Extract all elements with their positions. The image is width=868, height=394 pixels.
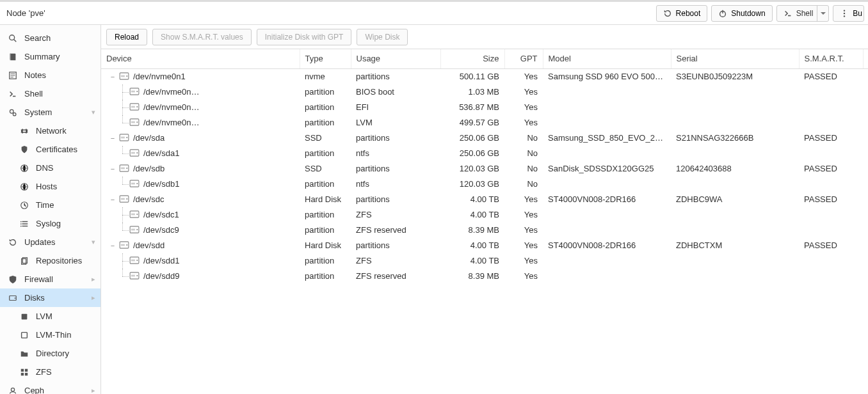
- table-row[interactable]: /dev/nvme0n…partitionBIOS boot1.03 MBYes…: [101, 84, 868, 100]
- cell-serial: ZDHBCTXM: [671, 238, 799, 253]
- cell-serial: [671, 177, 799, 192]
- header-wearout[interactable]: Wearout: [863, 49, 868, 68]
- header-size[interactable]: Size: [440, 49, 504, 68]
- table-row[interactable]: /dev/sdd1partitionZFS4.00 TBYesN/A: [101, 253, 868, 269]
- tree-toggle[interactable]: −: [109, 134, 117, 142]
- header-type[interactable]: Type: [300, 49, 351, 68]
- sidebar-item-label: LVM-Thin: [36, 330, 71, 340]
- table-row[interactable]: −/dev/nvme0n1nvmepartitions500.11 GBYesS…: [101, 68, 868, 84]
- svg-point-14: [20, 223, 22, 225]
- table-row[interactable]: −/dev/sddHard Diskpartitions4.00 TBYesST…: [101, 238, 868, 253]
- table-row[interactable]: −/dev/sdaSSDpartitions250.06 GBNoSamsung…: [101, 130, 868, 146]
- sidebar-item-label: Hosts: [36, 182, 57, 191]
- bulk-actions-button[interactable]: Bu: [833, 5, 864, 22]
- cert-icon: [19, 145, 29, 155]
- svg-point-34: [136, 106, 138, 107]
- cell-size: 4.00 TB: [440, 238, 504, 253]
- shell-button[interactable]: Shell: [776, 5, 830, 22]
- note-icon: [8, 70, 18, 81]
- svg-point-61: [126, 244, 127, 245]
- cell-type: nvme: [300, 68, 351, 84]
- sidebar-item-time[interactable]: Time: [0, 196, 100, 214]
- sidebar-item-lvm[interactable]: LVM: [0, 307, 100, 326]
- svg-point-40: [126, 136, 127, 138]
- svg-rect-59: [131, 228, 135, 230]
- cell-type: partition: [300, 84, 351, 100]
- sidebar-item-dns[interactable]: DNS: [0, 159, 100, 177]
- cell-wearout: N/A: [863, 223, 868, 238]
- table-row[interactable]: /dev/nvme0n…partitionEFI536.87 MBYesN/A: [101, 100, 868, 115]
- shell-dropdown[interactable]: [817, 6, 828, 21]
- table-row[interactable]: /dev/sdb1partitionntfs120.03 GBNoN/A: [101, 177, 868, 192]
- grid-header-row: Device Type Usage Size GPT Model Serial …: [101, 49, 868, 68]
- table-row[interactable]: −/dev/sdbSSDpartitions120.03 GBNoSanDisk…: [101, 161, 868, 177]
- header-smart[interactable]: S.M.A.R.T.: [799, 49, 863, 68]
- sidebar-item-network[interactable]: Network: [0, 122, 100, 140]
- svg-point-55: [136, 213, 138, 214]
- cell-usage: BIOS boot: [351, 84, 440, 100]
- reboot-button[interactable]: Reboot: [656, 5, 708, 22]
- cell-serial: [671, 100, 799, 115]
- sidebar-item-repos[interactable]: Repositories: [0, 251, 100, 270]
- header-usage[interactable]: Usage: [351, 49, 440, 68]
- sidebar-item-dir[interactable]: Directory: [0, 344, 100, 363]
- cell-type: partition: [300, 177, 351, 192]
- device-path: /dev/nvme0n…: [143, 87, 199, 97]
- cell-usage: ntfs: [351, 146, 440, 161]
- sidebar: SearchSummaryNotesShellSystem▾NetworkCer…: [0, 25, 101, 394]
- device-path: /dev/nvme0n…: [143, 118, 199, 127]
- sidebar-item-zfs[interactable]: ZFS: [0, 363, 100, 381]
- header-gpt[interactable]: GPT: [504, 49, 543, 68]
- sidebar-item-certs[interactable]: Certificates: [0, 140, 100, 159]
- hdd-icon: [119, 164, 129, 173]
- toolbar: Reload Show S.M.A.R.T. values Initialize…: [101, 25, 868, 49]
- tree-toggle[interactable]: −: [109, 242, 117, 249]
- gears-icon: [8, 107, 18, 118]
- sidebar-item-syslog[interactable]: Syslog: [0, 214, 100, 233]
- header-model[interactable]: Model: [543, 49, 671, 68]
- sidebar-item-firewall[interactable]: Firewall▸: [0, 270, 100, 288]
- shutdown-button[interactable]: Shutdown: [711, 5, 772, 22]
- sidebar-item-label: DNS: [36, 163, 53, 173]
- sidebar-item-system[interactable]: System▾: [0, 103, 100, 122]
- cell-type: partition: [300, 253, 351, 269]
- cell-gpt: Yes: [504, 253, 543, 269]
- tree-toggle[interactable]: −: [109, 165, 117, 173]
- sidebar-item-notes[interactable]: Notes: [0, 66, 100, 84]
- header-device[interactable]: Device: [101, 49, 300, 68]
- header-serial[interactable]: Serial: [671, 49, 799, 68]
- sidebar-item-hosts[interactable]: Hosts: [0, 177, 100, 196]
- sidebar-item-disks[interactable]: Disks▸: [0, 288, 100, 307]
- table-row[interactable]: /dev/sdc9partitionZFS reserved8.39 MBYes…: [101, 223, 868, 238]
- sidebar-item-search[interactable]: Search: [0, 29, 100, 47]
- book-icon: [8, 52, 18, 62]
- svg-rect-21: [22, 333, 28, 338]
- sidebar-item-label: Firewall: [24, 274, 53, 284]
- wipe-disk-button[interactable]: Wipe Disk: [357, 29, 408, 45]
- cell-type: partition: [300, 100, 351, 115]
- sidebar-item-ceph[interactable]: Ceph▸: [0, 381, 100, 394]
- cell-size: 500.11 GB: [440, 68, 504, 84]
- svg-rect-38: [131, 121, 135, 123]
- sidebar-item-shell[interactable]: Shell: [0, 84, 100, 103]
- sidebar-item-summary[interactable]: Summary: [0, 47, 100, 66]
- init-disk-button[interactable]: Initialize Disk with GPT: [257, 29, 352, 45]
- cell-gpt: Yes: [504, 238, 543, 253]
- cell-usage: ntfs: [351, 177, 440, 192]
- cell-gpt: Yes: [504, 84, 543, 100]
- table-row[interactable]: /dev/sda1partitionntfs250.06 GBNoN/A: [101, 146, 868, 161]
- show-smart-button[interactable]: Show S.M.A.R.T. values: [152, 29, 252, 45]
- table-row[interactable]: /dev/sdc1partitionZFS4.00 TBYesN/A: [101, 207, 868, 223]
- tree-toggle[interactable]: −: [109, 73, 117, 81]
- cell-serial: [671, 146, 799, 161]
- table-row[interactable]: /dev/sdd9partitionZFS reserved8.39 MBYes…: [101, 269, 868, 284]
- table-row[interactable]: −/dev/sdcHard Diskpartitions4.00 TBYesST…: [101, 192, 868, 207]
- sidebar-item-lvmthin[interactable]: LVM-Thin: [0, 326, 100, 344]
- hdd-icon: [119, 72, 129, 81]
- sidebar-item-updates[interactable]: Updates▾: [0, 233, 100, 251]
- tree-toggle[interactable]: −: [109, 196, 117, 203]
- folder-icon: [19, 349, 29, 359]
- reload-button[interactable]: Reload: [106, 29, 147, 45]
- table-row[interactable]: /dev/nvme0n…partitionLVM499.57 GBYesN/A: [101, 115, 868, 130]
- sidebar-item-label: Time: [36, 200, 54, 210]
